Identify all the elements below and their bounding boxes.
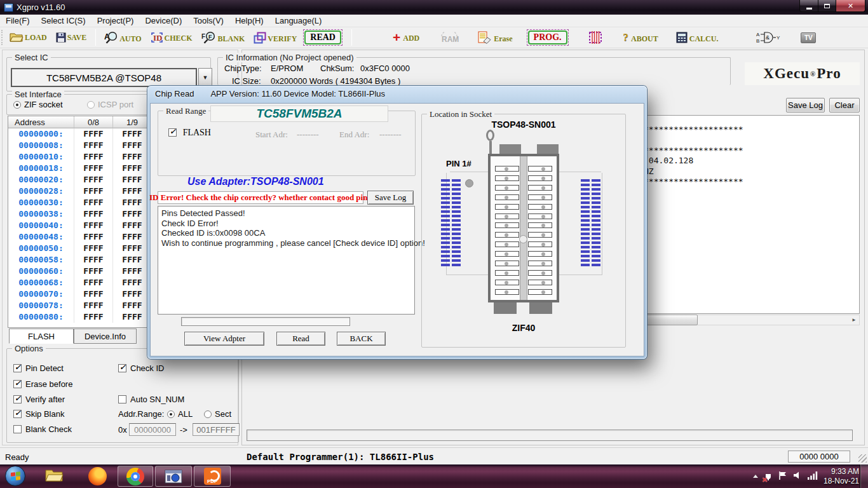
check-id-button[interactable]: ID CHECK: [148, 30, 195, 44]
add-button[interactable]: + ADD: [390, 30, 422, 44]
about-button[interactable]: ? ABOUT: [621, 30, 661, 45]
main-save-log-button[interactable]: Save Log: [786, 98, 825, 112]
menu-item[interactable]: Project(P): [92, 15, 140, 27]
value-cell: FFFF: [113, 277, 152, 288]
pin-detect-checkbox[interactable]: Pin Detect: [13, 363, 64, 373]
adapter-note: Use Adapter:TSOP48-SN001: [187, 176, 324, 187]
check-id-checkbox[interactable]: Check ID: [118, 363, 164, 373]
range-to-input[interactable]: 001FFFFF: [193, 423, 240, 436]
prog-button[interactable]: PROG.: [527, 29, 569, 46]
chip-test-button[interactable]: [584, 29, 607, 46]
screen: Xgpro v11.60 ✕ File(F)Select IC(S)Projec…: [0, 0, 868, 488]
value-cell: FFFF: [74, 140, 113, 151]
toolbar: LOAD SAVE A AUTO ID CHECK FF BLANK VERIF…: [0, 27, 868, 48]
tray-caret-icon[interactable]: [753, 475, 758, 478]
save-button[interactable]: SAVE: [53, 31, 89, 44]
start-button[interactable]: [5, 466, 25, 486]
calculator-icon: [676, 32, 688, 44]
system-tray: ✕ 9:33 AM 18-Nov-21: [753, 464, 859, 488]
value-cell: FFFF: [74, 300, 113, 311]
main-clear-button[interactable]: Clear: [829, 98, 860, 112]
show-desktop-button[interactable]: [860, 464, 868, 488]
calculator-button[interactable]: CALCU.: [674, 30, 721, 45]
taskbar-chrome-button[interactable]: [118, 466, 153, 487]
taskbar-xgpro-button[interactable]: [155, 466, 192, 487]
socket-slot: [528, 194, 552, 200]
minimize-icon: [806, 8, 812, 10]
value-cell: FFFF: [74, 186, 113, 197]
ic-combo-dropdown[interactable]: ▼: [198, 68, 212, 87]
taskbar-clock[interactable]: 9:33 AM 18-Nov-21: [824, 467, 859, 486]
read-button-dialog[interactable]: Read: [276, 332, 325, 346]
value-cell: FFFF: [74, 128, 113, 140]
socket-slot: [495, 185, 519, 191]
erase-button[interactable]: Erase: [475, 30, 515, 45]
status-counter: 0000 0000: [788, 451, 850, 463]
addr-range-all-radio[interactable]: ALL: [167, 409, 193, 419]
read-button[interactable]: READ: [303, 29, 342, 46]
address-cell: 00000010:: [8, 151, 74, 163]
value-cell: FFFF: [113, 300, 152, 311]
magnifier-ff-icon: FF: [201, 31, 217, 44]
tab-device-info[interactable]: Device.Info: [74, 329, 137, 344]
skip-blank-checkbox[interactable]: Skip Blank: [13, 409, 64, 419]
load-button[interactable]: LOAD: [7, 31, 50, 44]
back-button[interactable]: BACK: [337, 332, 386, 346]
menu-item[interactable]: Help(H): [229, 15, 269, 27]
action-center-flag-icon[interactable]: [778, 471, 787, 482]
firefox-icon: [88, 467, 107, 485]
auto-sn-checkbox[interactable]: Auto SN_NUM: [118, 395, 184, 404]
chip-icon: [587, 30, 604, 45]
verify-button[interactable]: VERIFY: [251, 30, 299, 45]
volume-icon[interactable]: [793, 471, 802, 482]
ram-button[interactable]: RAM: [436, 30, 463, 45]
dialog-save-log-button[interactable]: Save Log: [367, 191, 414, 205]
end-adr-value: --------: [379, 130, 402, 140]
value-cell: FFFF: [74, 208, 113, 220]
address-cell: 00000020:: [8, 174, 74, 186]
options-group: Options Pin Detect Erase before Verify a…: [6, 348, 239, 443]
address-cell: 00000038:: [8, 208, 74, 220]
svg-text:F: F: [208, 34, 212, 40]
taskbar-explorer-button[interactable]: [44, 467, 64, 485]
menu-item[interactable]: File(F): [0, 15, 36, 27]
blank-check-checkbox[interactable]: Blank Check: [13, 424, 72, 434]
value-cell: FFFF: [74, 231, 113, 243]
auto-button[interactable]: A AUTO: [101, 30, 144, 45]
taskbar-foxit-button[interactable]: PDF: [194, 466, 231, 487]
menu-item[interactable]: Tools(V): [187, 15, 229, 27]
erase-before-checkbox[interactable]: Erase before: [13, 379, 72, 389]
close-button[interactable]: ✕: [836, 0, 865, 12]
end-adr-label: End Adr:: [339, 130, 369, 140]
maximize-button[interactable]: [818, 0, 836, 12]
ic-combo[interactable]: TC58FVM5B2A @TSOP48: [11, 68, 197, 87]
flash-checkbox[interactable]: FLASH: [168, 128, 211, 138]
checkbox-icon: [13, 410, 22, 418]
range-from-input[interactable]: 00000000: [129, 423, 176, 436]
view-adapter-button[interactable]: View Adpter: [184, 332, 264, 346]
verify-after-checkbox[interactable]: Verify after: [13, 395, 65, 404]
resize-grip[interactable]: [858, 454, 867, 463]
logic-gate-icon: AB&Y: [756, 31, 780, 44]
xgpro-app-icon: [165, 468, 182, 485]
power-status-icon[interactable]: ✕: [764, 471, 773, 482]
status-bar: Ready Default Programmer(1): TL866II-Plu…: [0, 447, 868, 464]
blank-check-button[interactable]: FF BLANK: [199, 30, 248, 45]
logic-test-button[interactable]: AB&Y: [754, 30, 783, 45]
tab-flash[interactable]: FLASH: [9, 329, 74, 344]
minimize-button[interactable]: [799, 0, 818, 12]
zif-socket-radio[interactable]: ZIF socket: [13, 100, 63, 109]
menu-item[interactable]: Select IC(S): [36, 15, 92, 27]
value-cell: FFFF: [74, 266, 113, 277]
value-cell: FFFF: [113, 208, 152, 220]
menu-item[interactable]: Language(L): [269, 15, 328, 27]
grid-header-cell: 0/8: [74, 116, 113, 128]
foxit-pdf-icon: PDF: [204, 468, 221, 485]
menu-item[interactable]: Device(D): [139, 15, 187, 27]
tv-button[interactable]: TV: [798, 31, 818, 44]
taskbar-firefox-button[interactable]: [88, 467, 107, 485]
scroll-right-arrow[interactable]: ►: [849, 315, 859, 325]
addr-range-sect-radio[interactable]: Sect: [204, 409, 231, 419]
network-icon[interactable]: [808, 471, 818, 482]
checkbox-icon: [168, 128, 177, 137]
